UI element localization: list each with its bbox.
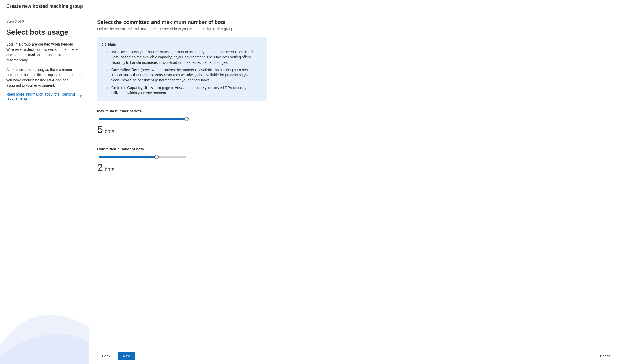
next-button[interactable]: Next — [118, 352, 135, 360]
note-item: Committed Bots (preview) guarantees the … — [111, 67, 261, 83]
sidebar-title: Select bots usage — [6, 28, 83, 36]
svg-point-2 — [104, 43, 104, 44]
licensing-link-text: Read more information about the licensin… — [6, 92, 78, 101]
max-bots-label: Maximum number of bots — [97, 109, 267, 113]
committed-bots-slider[interactable] — [99, 156, 186, 158]
page-container: Step 3 of 6 Select bots usage Bots in a … — [0, 13, 624, 364]
info-icon — [102, 42, 106, 47]
committed-bots-section: Committed number of bots 3 2 bots — [97, 141, 267, 179]
note-label: Note — [108, 42, 116, 47]
slider-fill — [99, 118, 186, 120]
committed-bots-slider-row: 3 — [99, 155, 267, 159]
sidebar-paragraph: A bot is created as long as the maximum … — [6, 67, 83, 88]
committed-bots-unit: bots — [105, 166, 114, 172]
main-subtitle: Define the committed and maximum number … — [97, 27, 616, 31]
step-indicator: Step 3 of 6 — [6, 19, 83, 23]
note-item: Go to the Capacity Utilization page to v… — [111, 85, 261, 96]
max-bots-slider[interactable] — [99, 118, 186, 120]
note-item: Max Bots allows your hosted machine grou… — [111, 49, 261, 65]
open-in-new-icon — [80, 95, 83, 98]
max-bots-value-display: 5 bots — [97, 124, 267, 135]
wizard-footer: Back Next Cancel — [89, 348, 624, 364]
back-button[interactable]: Back — [97, 352, 115, 360]
max-bots-slider-row: 5 — [99, 117, 267, 121]
note-item-bold: Committed Bots — [111, 68, 139, 72]
max-bots-unit: bots — [105, 128, 114, 134]
committed-bots-value-display: 2 bots — [97, 162, 267, 173]
sidebar-paragraph: Bots in a group are created when needed.… — [6, 42, 83, 63]
note-item-text: allows your hosted machine group to scal… — [111, 50, 253, 65]
page-header: Create new hosted machine group — [0, 0, 624, 13]
main-content: Select the committed and maximum number … — [89, 13, 624, 348]
sidebar: Step 3 of 6 Select bots usage Bots in a … — [0, 13, 89, 364]
committed-bots-range-max: 3 — [188, 155, 190, 159]
decorative-wave-icon — [0, 299, 89, 364]
max-bots-section: Maximum number of bots 5 5 bots — [97, 109, 267, 141]
cancel-button[interactable]: Cancel — [595, 352, 616, 360]
slider-fill — [99, 156, 157, 158]
committed-bots-label: Committed number of bots — [97, 147, 267, 151]
main-panel: Select the committed and maximum number … — [89, 13, 624, 364]
max-bots-value: 5 — [97, 124, 103, 135]
slider-thumb[interactable] — [155, 155, 159, 159]
note-item-prefix: Go to the — [111, 86, 127, 90]
main-title: Select the committed and maximum number … — [97, 19, 616, 25]
licensing-link[interactable]: Read more information about the licensin… — [6, 92, 83, 101]
committed-bots-value: 2 — [97, 162, 103, 173]
note-list: Max Bots allows your hosted machine grou… — [102, 49, 261, 96]
slider-thumb[interactable] — [184, 117, 188, 121]
note-item-bold: Capacity Utilization — [127, 86, 161, 90]
note-item-bold: Max Bots — [111, 50, 127, 54]
note-header: Note — [102, 42, 261, 47]
note-callout: Note Max Bots allows your hosted machine… — [97, 37, 267, 101]
page-title: Create new hosted machine group — [6, 4, 83, 9]
